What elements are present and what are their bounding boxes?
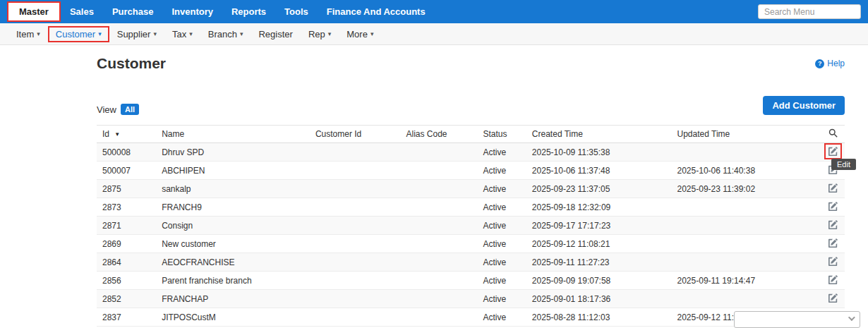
cell-name: FRANCH9 bbox=[156, 198, 310, 217]
edit-icon bbox=[828, 293, 838, 303]
subnav-item-item[interactable]: Item ▾ bbox=[8, 26, 48, 42]
edit-button[interactable] bbox=[827, 256, 839, 267]
cell-id: 500007 bbox=[97, 162, 156, 180]
subnav-item-branch[interactable]: Branch ▾ bbox=[200, 26, 251, 42]
table-row: 2864 AEOCFRANCHISE Active 2025-09-11 11:… bbox=[97, 253, 845, 272]
cell-id: 2856 bbox=[97, 272, 156, 290]
table-search-toggle[interactable] bbox=[821, 126, 845, 143]
cell-customer-id bbox=[310, 180, 401, 198]
nav-master[interactable]: Master bbox=[7, 1, 61, 22]
table-row: 2837 JITPOSCustM Active 2025-08-28 11:12… bbox=[97, 308, 845, 327]
cell-name: sankalp bbox=[156, 180, 310, 198]
cell-updated-time: 2025-09-23 11:39:02 bbox=[672, 180, 821, 198]
edit-button[interactable] bbox=[827, 238, 839, 248]
cell-created-time: 2025-09-18 12:32:09 bbox=[526, 198, 672, 217]
caret-down-icon: ▾ bbox=[328, 31, 332, 37]
column-header-created-time[interactable]: Created Time bbox=[526, 126, 672, 143]
column-header-status[interactable]: Status bbox=[477, 126, 526, 143]
subnav-item-supplier[interactable]: Supplier ▾ bbox=[109, 26, 164, 42]
top-navbar: Master Sales Purchase Inventory Reports … bbox=[0, 0, 868, 23]
column-header-name[interactable]: Name bbox=[156, 126, 310, 143]
cell-id: 2873 bbox=[97, 198, 156, 217]
column-header-customer-id[interactable]: Customer Id bbox=[310, 126, 401, 143]
cell-customer-id bbox=[310, 198, 401, 217]
subnav-item-customer[interactable]: Customer ▾ bbox=[48, 26, 109, 42]
nav-finance-and-accounts[interactable]: Finance And Accounts bbox=[318, 1, 435, 23]
nav-sales[interactable]: Sales bbox=[61, 1, 103, 23]
help-link[interactable]: ? Help bbox=[815, 59, 845, 68]
column-header-updated-time[interactable]: Updated Time bbox=[672, 126, 821, 143]
caret-down-icon: ▾ bbox=[370, 31, 374, 37]
cell-created-time: 2025-09-01 18:17:36 bbox=[526, 290, 672, 308]
main-content: Customer ? Help View All Add Customer Id… bbox=[0, 55, 868, 328]
subnav-item-rep[interactable]: Rep ▾ bbox=[301, 26, 339, 42]
cell-name: AEOCFRANCHISE bbox=[156, 253, 310, 272]
cell-created-time: 2025-09-12 11:08:21 bbox=[526, 235, 672, 253]
column-header-alias-code[interactable]: Alias Code bbox=[401, 126, 478, 143]
subnav-item-label: Register bbox=[258, 29, 292, 40]
cell-name: FRANCHAP bbox=[156, 290, 310, 308]
cell-created-time: 2025-09-17 17:17:23 bbox=[526, 217, 672, 235]
cell-alias-code bbox=[401, 180, 478, 198]
table-row: 2869 New customer Active 2025-09-12 11:0… bbox=[97, 235, 845, 253]
edit-icon bbox=[828, 238, 838, 248]
cell-alias-code bbox=[401, 143, 478, 162]
cell-status: Active bbox=[477, 143, 526, 162]
subnav-item-label: Tax bbox=[172, 29, 186, 40]
cell-customer-id bbox=[310, 272, 401, 290]
table-row: 2871 Consign Active 2025-09-17 17:17:23 bbox=[97, 217, 845, 235]
cell-alias-code bbox=[401, 198, 478, 217]
cell-customer-id bbox=[310, 290, 401, 308]
nav-reports[interactable]: Reports bbox=[222, 1, 275, 23]
edit-button[interactable] bbox=[827, 201, 839, 212]
table-header-row: Id ▼ Name Customer Id Alias Code Status … bbox=[97, 126, 845, 143]
cell-id: 2864 bbox=[97, 253, 156, 272]
menu-search-input[interactable] bbox=[758, 4, 861, 19]
view-filter-group: View All bbox=[97, 104, 139, 115]
subnav-item-label: More bbox=[346, 29, 368, 40]
cell-customer-id bbox=[310, 217, 401, 235]
edit-button[interactable] bbox=[827, 293, 839, 303]
nav-purchase[interactable]: Purchase bbox=[103, 1, 163, 23]
cell-name: New customer bbox=[156, 235, 310, 253]
table-row: 500007 ABCHIPEN Active 2025-10-06 11:37:… bbox=[97, 162, 845, 180]
edit-button[interactable] bbox=[827, 183, 839, 193]
top-nav-items: Master Sales Purchase Inventory Reports … bbox=[7, 0, 435, 23]
cell-id: 2875 bbox=[97, 180, 156, 198]
subnav-item-register[interactable]: Register bbox=[251, 26, 300, 42]
cell-id: 2869 bbox=[97, 235, 156, 253]
column-header-id[interactable]: Id ▼ bbox=[97, 126, 156, 143]
cell-name: JITPOSCustM bbox=[156, 308, 310, 327]
subnav-item-label: Item bbox=[16, 29, 34, 40]
cell-updated-time bbox=[672, 253, 821, 272]
help-icon: ? bbox=[815, 59, 824, 68]
cell-alias-code bbox=[401, 272, 478, 290]
cell-created-time: 2025-09-11 11:27:23 bbox=[526, 253, 672, 272]
edit-button[interactable] bbox=[827, 274, 839, 285]
cell-status: Active bbox=[477, 235, 526, 253]
edit-icon bbox=[828, 220, 838, 229]
add-customer-button[interactable]: Add Customer bbox=[763, 96, 845, 115]
footer-select[interactable] bbox=[734, 311, 860, 328]
customer-table: Id ▼ Name Customer Id Alias Code Status … bbox=[97, 125, 845, 327]
cell-alias-code bbox=[401, 290, 478, 308]
view-all-badge[interactable]: All bbox=[121, 104, 139, 115]
cell-status: Active bbox=[477, 217, 526, 235]
cell-alias-code bbox=[401, 235, 478, 253]
caret-down-icon: ▾ bbox=[240, 31, 243, 37]
caret-down-icon: ▾ bbox=[37, 31, 40, 37]
cell-alias-code bbox=[401, 217, 478, 235]
edit-button[interactable] bbox=[827, 219, 839, 230]
cell-status: Active bbox=[477, 272, 526, 290]
nav-inventory[interactable]: Inventory bbox=[162, 1, 222, 23]
cell-created-time: 2025-08-28 11:12:03 bbox=[526, 308, 672, 327]
subnav-item-more[interactable]: More ▾ bbox=[339, 26, 381, 42]
cell-updated-time bbox=[672, 198, 821, 217]
nav-tools[interactable]: Tools bbox=[275, 1, 318, 23]
cell-customer-id bbox=[310, 308, 401, 327]
cell-alias-code bbox=[401, 162, 478, 180]
cell-status: Active bbox=[477, 198, 526, 217]
edit-button[interactable] bbox=[827, 146, 839, 157]
subnav-item-tax[interactable]: Tax ▾ bbox=[164, 26, 200, 42]
sort-desc-icon: ▼ bbox=[114, 131, 120, 138]
